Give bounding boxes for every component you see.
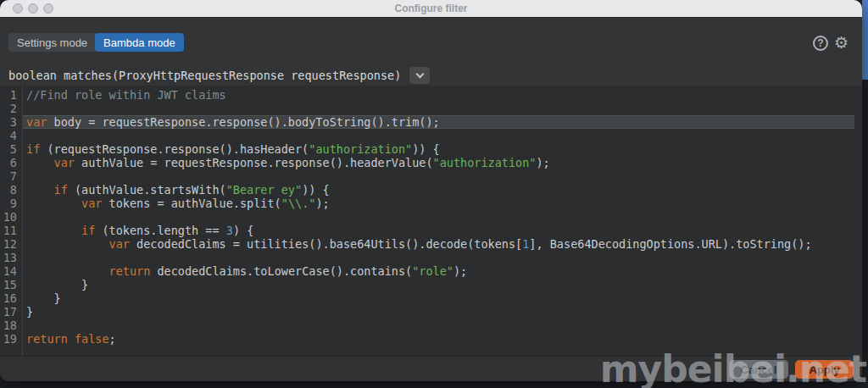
code-line-10[interactable]: 10 (0, 210, 862, 224)
code-line-11[interactable]: 11 if (tokens.length == 3) { (0, 224, 862, 237)
background-window-edge (862, 0, 868, 80)
code-line-text: return decodedClaims.toLowerCase().conta… (22, 264, 854, 278)
code-line-13[interactable]: 13 (0, 251, 862, 264)
line-number: 9 (0, 197, 22, 210)
line-number: 12 (0, 237, 22, 251)
window-title: Configure filter (0, 3, 862, 14)
code-line-text: //Find role within JWT claims (22, 88, 854, 102)
gear-icon[interactable]: ⚙ (834, 35, 849, 51)
line-number: 19 (0, 332, 22, 346)
tab-bambda-mode-label: Bambda mode (103, 36, 175, 49)
tab-settings-mode-label: Settings mode (17, 36, 87, 49)
tab-settings-mode[interactable]: Settings mode (8, 33, 96, 52)
tab-bambda-mode[interactable]: Bambda mode (95, 33, 184, 52)
code-line-7[interactable]: 7 (0, 169, 862, 183)
code-line-text: var tokens = authValue.split("\\."); (22, 197, 854, 210)
code-line-text (22, 251, 854, 264)
code-line-4[interactable]: 4 (0, 129, 862, 142)
line-number: 1 (0, 88, 22, 102)
line-number: 18 (0, 319, 22, 332)
code-line-text (22, 169, 854, 183)
code-editor[interactable]: 1//Find role within JWT claims23var body… (0, 86, 862, 356)
function-signature: boolean matches(ProxyHttpRequestResponse… (8, 69, 401, 82)
configure-filter-dialog: Configure filter Settings mode Bambda mo… (0, 0, 862, 381)
screen: Configure filter Settings mode Bambda mo… (0, 0, 868, 388)
code-line-9[interactable]: 9 var tokens = authValue.split("\\."); (0, 197, 862, 210)
line-number: 11 (0, 224, 22, 237)
code-line-text: } (22, 305, 854, 319)
line-number: 16 (0, 291, 22, 305)
code-line-2[interactable]: 2 (0, 102, 862, 115)
code-line-text (22, 102, 854, 115)
code-line-15[interactable]: 15 } (0, 278, 862, 291)
code-line-text: if (authValue.startsWith("Bearer ey")) { (22, 183, 854, 197)
code-line-12[interactable]: 12 var decodedClaims = utilities().base6… (0, 237, 862, 251)
code-line-8[interactable]: 8 if (authValue.startsWith("Bearer ey"))… (0, 183, 862, 197)
code-line-16[interactable]: 16 } (0, 291, 862, 305)
code-line-1[interactable]: 1//Find role within JWT claims (0, 88, 862, 102)
line-number: 8 (0, 183, 22, 197)
code-line-text: return false; (22, 332, 854, 346)
cancel-button[interactable]: Cancel (729, 360, 788, 379)
code-line-18[interactable]: 18 (0, 319, 862, 332)
apply-button[interactable]: Apply (795, 360, 854, 379)
code-line-text (22, 210, 854, 224)
signature-dropdown-button[interactable] (409, 67, 430, 84)
code-line-14[interactable]: 14 return decodedClaims.toLowerCase().co… (0, 264, 862, 278)
code-line-text: if (requestResponse.response().hasHeader… (22, 142, 854, 156)
code-line-text: } (22, 291, 854, 305)
line-number: 6 (0, 156, 22, 169)
code-line-6[interactable]: 6 var authValue = requestResponse.respon… (0, 156, 862, 169)
code-line-19[interactable]: 19return false; (0, 332, 862, 346)
code-line-text: var decodedClaims = utilities().base64Ut… (22, 237, 854, 251)
chevron-down-icon (415, 70, 424, 79)
bambda-signature-row: boolean matches(ProxyHttpRequestResponse… (8, 67, 430, 84)
code-line-text: if (tokens.length == 3) { (22, 224, 854, 237)
line-number: 3 (0, 115, 22, 129)
dialog-footer: Cancel Apply (0, 356, 862, 381)
code-line-5[interactable]: 5if (requestResponse.response().hasHeade… (0, 142, 862, 156)
line-number: 10 (0, 210, 22, 224)
code-line-text: var body = requestResponse.response().bo… (22, 115, 854, 129)
header-icons: ? ⚙ (813, 35, 849, 51)
line-number: 4 (0, 129, 22, 142)
line-number: 5 (0, 142, 22, 156)
mode-tabs: Settings mode Bambda mode (8, 33, 184, 52)
line-number: 17 (0, 305, 22, 319)
code-line-text (22, 129, 854, 142)
line-number: 15 (0, 278, 22, 291)
help-icon[interactable]: ? (813, 36, 828, 51)
titlebar[interactable]: Configure filter (0, 0, 862, 18)
code-line-17[interactable]: 17} (0, 305, 862, 319)
code-line-3[interactable]: 3var body = requestResponse.response().b… (0, 115, 862, 129)
code-line-text: } (22, 278, 854, 291)
code-line-text (22, 319, 854, 332)
line-number: 2 (0, 102, 22, 115)
code-line-text: var authValue = requestResponse.response… (22, 156, 854, 169)
line-number: 14 (0, 264, 22, 278)
line-number: 13 (0, 251, 22, 264)
line-number: 7 (0, 169, 22, 183)
